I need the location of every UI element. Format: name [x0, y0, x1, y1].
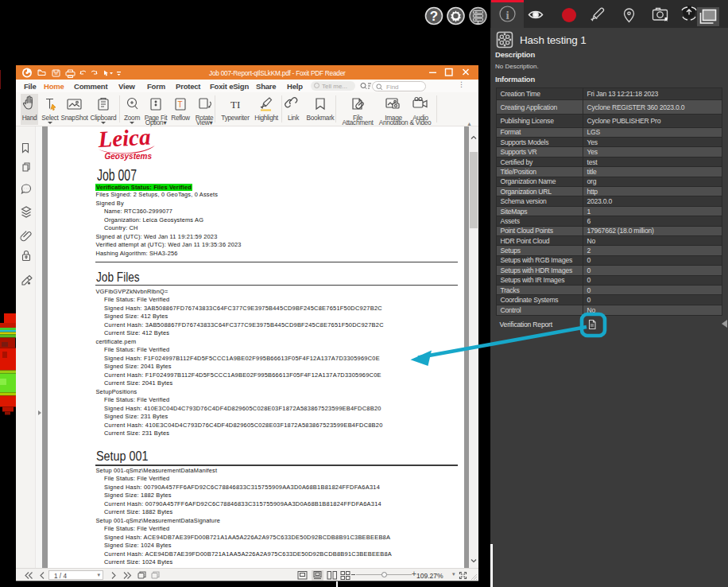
svg-text:TI: TI	[230, 99, 240, 111]
svg-text:Geosystems: Geosystems	[105, 152, 153, 161]
svg-text:i: i	[505, 9, 509, 21]
svg-text:?: ?	[430, 9, 438, 24]
svg-text:Leica: Leica	[97, 128, 152, 152]
svg-text:T: T	[178, 100, 183, 109]
